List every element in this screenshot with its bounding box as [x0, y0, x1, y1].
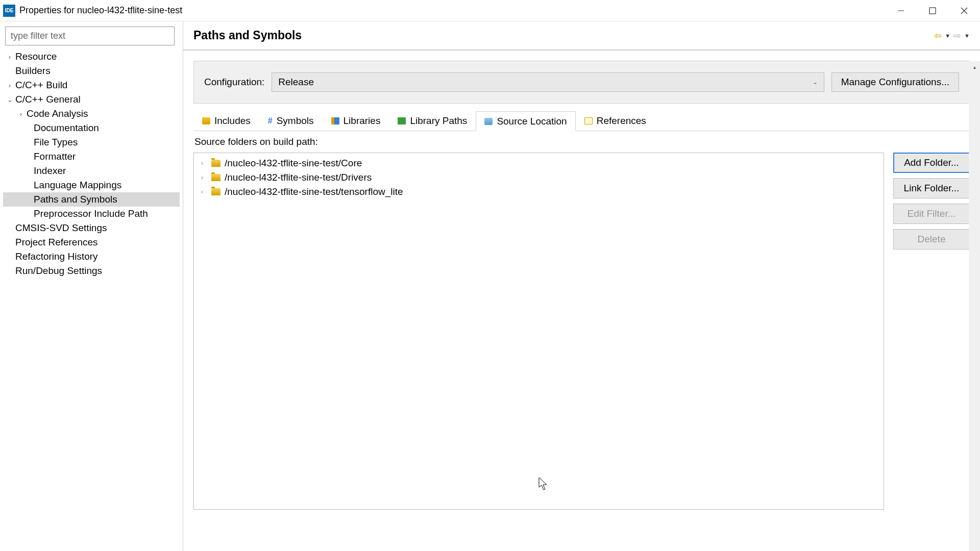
- chevron-down-icon: ⌄: [813, 79, 818, 86]
- page-title: Paths and Symbols: [193, 29, 934, 42]
- sidebar-item-project-references[interactable]: Project References: [3, 235, 180, 249]
- sidebar-item-label: Documentation: [33, 122, 99, 134]
- list-item[interactable]: ›/nucleo-l432-tflite-sine-test/tensorflo…: [194, 185, 884, 199]
- nav-back-icon[interactable]: ⇦: [934, 30, 942, 41]
- sidebar-item-label: C/C++ General: [14, 94, 81, 105]
- configuration-value: Release: [278, 77, 314, 88]
- configuration-label: Configuration:: [204, 77, 264, 88]
- list-item[interactable]: ›/nucleo-l432-tflite-sine-test/Core: [194, 156, 884, 170]
- delete-button[interactable]: Delete: [893, 229, 970, 249]
- library-paths-icon: [398, 117, 406, 124]
- sidebar-item-refactoring-history[interactable]: Refactoring History: [3, 249, 180, 264]
- configuration-bar: Configuration: Release ⌄ Manage Configur…: [193, 61, 970, 104]
- content-area: Paths and Symbols ⇦ ▼ ⇨ ▼ Configuration:…: [183, 21, 980, 551]
- sidebar-item-label: Paths and Symbols: [33, 194, 117, 205]
- manage-configurations-button[interactable]: Manage Configurations...: [831, 72, 959, 92]
- symbols-icon: #: [268, 116, 273, 126]
- maximize-button[interactable]: [917, 0, 948, 21]
- chevron-down-icon: ⌄: [5, 96, 14, 104]
- sidebar-item-label: Code Analysis: [26, 108, 88, 119]
- sidebar-item-run-debug-settings[interactable]: Run/Debug Settings: [3, 264, 180, 278]
- nav-forward-icon[interactable]: ⇨: [953, 30, 961, 41]
- vertical-scrollbar[interactable]: ▴: [969, 61, 980, 551]
- chevron-right-icon: ›: [201, 174, 207, 181]
- link-folder-button[interactable]: Link Folder...: [893, 178, 970, 198]
- sidebar-item-language-mappings[interactable]: Language Mappings: [3, 178, 180, 192]
- sidebar: ›ResourceBuilders›C/C++ Build⌄C/C++ Gene…: [0, 21, 183, 551]
- sidebar-item-label: Indexer: [33, 165, 66, 177]
- sidebar-item-label: File Types: [33, 137, 78, 148]
- libraries-icon: [331, 117, 339, 124]
- folder-icon: [211, 188, 220, 195]
- edit-filter-button[interactable]: Edit Filter...: [893, 204, 970, 224]
- source-location-icon: [484, 118, 493, 125]
- scroll-up-icon[interactable]: ▴: [969, 61, 980, 72]
- sidebar-item-preprocessor-include-path[interactable]: Preprocessor Include Path: [3, 207, 180, 221]
- tab-bar: Includes #Symbols Libraries Library Path…: [193, 111, 970, 131]
- sidebar-item-cmsis-svd-settings[interactable]: CMSIS-SVD Settings: [3, 221, 180, 235]
- sidebar-item-label: Project References: [14, 237, 98, 248]
- minimize-button[interactable]: [885, 0, 917, 21]
- add-folder-button[interactable]: Add Folder...: [893, 153, 970, 173]
- sidebar-item-paths-and-symbols[interactable]: Paths and Symbols: [3, 192, 180, 207]
- sidebar-item-label: Formatter: [33, 151, 76, 162]
- nav-forward-dropdown-icon[interactable]: ▼: [964, 33, 970, 39]
- chevron-right-icon: ›: [5, 82, 14, 89]
- tab-source-location[interactable]: Source Location: [476, 111, 575, 131]
- sidebar-item-file-types[interactable]: File Types: [3, 135, 180, 149]
- app-icon: IDE: [3, 5, 15, 17]
- sidebar-item-label: CMSIS-SVD Settings: [14, 222, 107, 234]
- folder-icon: [211, 160, 220, 167]
- source-folders-list[interactable]: ›/nucleo-l432-tflite-sine-test/Core ›/nu…: [193, 153, 884, 510]
- chevron-right-icon: ›: [201, 188, 207, 195]
- includes-icon: [202, 117, 210, 124]
- sidebar-item-label: Run/Debug Settings: [14, 265, 102, 277]
- sidebar-item-label: Refactoring History: [14, 251, 98, 262]
- svg-rect-1: [929, 8, 936, 14]
- sidebar-item-c-c-build[interactable]: ›C/C++ Build: [3, 78, 180, 92]
- sidebar-item-code-analysis[interactable]: ›Code Analysis: [3, 107, 180, 121]
- sidebar-item-indexer[interactable]: Indexer: [3, 164, 180, 178]
- sidebar-item-label: Language Mappings: [33, 180, 121, 191]
- chevron-right-icon: ›: [16, 110, 26, 118]
- tab-library-paths[interactable]: Library Paths: [389, 111, 476, 131]
- window-controls: [885, 0, 980, 21]
- tab-references[interactable]: References: [576, 111, 655, 131]
- tab-symbols[interactable]: #Symbols: [259, 111, 323, 131]
- folder-icon: [211, 174, 220, 181]
- configuration-select[interactable]: Release ⌄: [272, 72, 824, 92]
- window-title: Properties for nucleo-l432-tflite-sine-t…: [19, 5, 885, 16]
- sidebar-item-resource[interactable]: ›Resource: [3, 49, 180, 64]
- tab-includes[interactable]: Includes: [193, 111, 259, 131]
- tab-libraries[interactable]: Libraries: [323, 111, 389, 131]
- list-item[interactable]: ›/nucleo-l432-tflite-sine-test/Drivers: [194, 170, 884, 185]
- sidebar-item-label: Builders: [14, 65, 51, 77]
- filter-input[interactable]: [5, 27, 175, 45]
- chevron-right-icon: ›: [201, 160, 207, 167]
- chevron-right-icon: ›: [5, 53, 14, 61]
- references-icon: [584, 117, 593, 124]
- sidebar-item-c-c-general[interactable]: ⌄C/C++ General: [3, 92, 180, 107]
- sidebar-item-formatter[interactable]: Formatter: [3, 149, 180, 164]
- close-button[interactable]: [948, 0, 980, 21]
- sidebar-item-label: Resource: [14, 51, 57, 62]
- sidebar-item-label: C/C++ Build: [14, 80, 67, 91]
- nav-back-dropdown-icon[interactable]: ▼: [945, 33, 950, 39]
- sidebar-item-label: Preprocessor Include Path: [33, 208, 148, 219]
- sidebar-item-builders[interactable]: Builders: [3, 64, 180, 78]
- titlebar: IDE Properties for nucleo-l432-tflite-si…: [0, 0, 980, 21]
- sidebar-item-documentation[interactable]: Documentation: [3, 121, 180, 135]
- source-folders-label: Source folders on build path:: [193, 131, 884, 153]
